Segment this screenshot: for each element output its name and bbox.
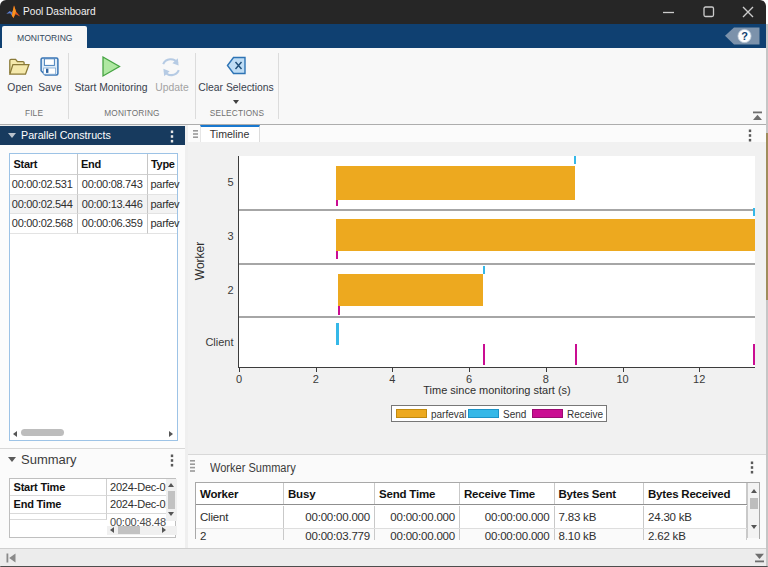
svg-text:?: ? xyxy=(741,30,748,42)
